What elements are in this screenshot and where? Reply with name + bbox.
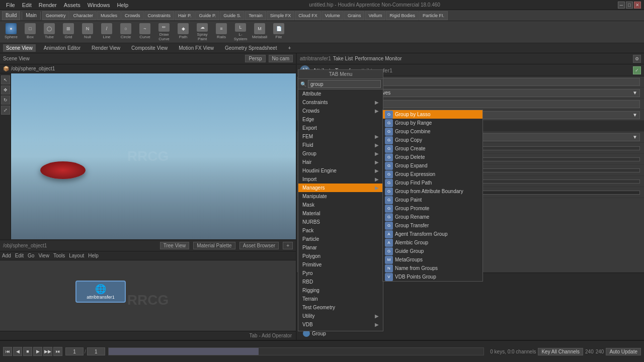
- shelf-metaball[interactable]: M Metaball: [251, 22, 269, 42]
- menu-item-primitive[interactable]: Primitive: [298, 260, 383, 269]
- menu-item-pack[interactable]: Pack: [298, 226, 383, 235]
- submenu-group-by-lasso[interactable]: G Group by Lasso: [383, 110, 482, 119]
- tab-geo-spreadsheet[interactable]: Geometry Spreadsheet: [222, 44, 280, 52]
- asset-browser-tab[interactable]: Asset Browser: [239, 242, 279, 249]
- menu-edit[interactable]: Edit: [19, 1, 35, 9]
- submenu-group-paint[interactable]: G Group Paint: [383, 196, 482, 204]
- tab-menu-search-input[interactable]: [308, 80, 381, 88]
- menu-item-polygon[interactable]: Polygon: [298, 252, 383, 260]
- menu-item-particle[interactable]: Particle: [298, 235, 383, 243]
- menu-item-planar[interactable]: Planar: [298, 243, 383, 252]
- node-menu-edit[interactable]: Edit: [15, 253, 24, 258]
- auto-update-button[interactable]: Auto Update: [606, 348, 641, 355]
- shelf-tab-vellum[interactable]: Vellum: [365, 11, 385, 20]
- shelf-curve[interactable]: ~ Curve: [136, 22, 154, 42]
- shelf-null[interactable]: N Null: [78, 22, 97, 42]
- timeline-track[interactable]: [108, 347, 484, 355]
- submenu-group-copy[interactable]: G Group Copy: [383, 136, 482, 144]
- submenu-group-find-path[interactable]: G Group Find Path: [383, 178, 482, 187]
- shelf-path[interactable]: ◆ Path: [174, 22, 192, 42]
- menu-item-hair[interactable]: Hair ▶: [298, 158, 383, 166]
- shelf-circle[interactable]: ○ Circle: [117, 22, 135, 42]
- play-button[interactable]: ▶: [33, 347, 42, 356]
- menu-item-export[interactable]: Export: [298, 124, 383, 132]
- submenu-group-delete[interactable]: G Group Delete: [383, 153, 482, 161]
- right-panel-settings[interactable]: ⚙: [633, 55, 641, 63]
- submenu-group-expand[interactable]: G Group Expand: [383, 161, 482, 170]
- menu-item-mask[interactable]: Mask: [298, 201, 383, 209]
- submenu-alembic-group[interactable]: A Alembic Group: [383, 238, 482, 247]
- shelf-tab-constraints[interactable]: Constraints: [144, 11, 175, 20]
- submenu-group-create[interactable]: G Group Create: [383, 144, 482, 153]
- select-tool[interactable]: ↖: [1, 75, 10, 84]
- menu-item-vdb[interactable]: VDB ▶: [298, 320, 383, 329]
- submenu-group-combine[interactable]: G Group Combine: [383, 127, 482, 136]
- menu-help[interactable]: Help: [114, 1, 131, 9]
- menu-item-edge[interactable]: Edge: [298, 115, 383, 124]
- rotate-tool[interactable]: ↻: [1, 96, 10, 105]
- menu-file[interactable]: File: [3, 1, 18, 9]
- submenu-group-transfer[interactable]: G Group Transfer: [383, 221, 482, 230]
- shelf-tab-hair[interactable]: Hair P.: [175, 11, 195, 20]
- menu-item-fem[interactable]: FEM ▶: [298, 132, 383, 141]
- menu-item-terrain[interactable]: Terrain: [298, 295, 383, 303]
- 3d-viewport[interactable]: RRCG ↖ ✥ ↻ ⤢: [0, 73, 296, 239]
- tab-animation-editor[interactable]: Animation Editor: [41, 44, 84, 52]
- menu-item-constraints[interactable]: Constraints ▶: [298, 98, 383, 107]
- submenu-group-expression[interactable]: G Group Expression: [383, 170, 482, 178]
- node-menu-go[interactable]: Go: [28, 253, 34, 258]
- menu-item-material[interactable]: Material: [298, 209, 383, 218]
- menu-item-manipulate[interactable]: Manipulate: [298, 192, 383, 201]
- menu-item-pyro[interactable]: Pyro: [298, 269, 383, 278]
- performance-monitor-tab[interactable]: Performance Monitor: [355, 56, 401, 61]
- scale-tool[interactable]: ⤢: [1, 106, 10, 115]
- shelf-tab-rigid[interactable]: Rigid Bodies: [386, 11, 419, 20]
- add-panel-button[interactable]: +: [283, 242, 293, 249]
- menu-item-fluid[interactable]: Fluid ▶: [298, 141, 383, 149]
- move-tool[interactable]: ✥: [1, 85, 10, 95]
- menu-item-houdini-engine[interactable]: Houdini Engine ▶: [298, 166, 383, 175]
- tab-motion-fx[interactable]: Motion FX View: [176, 44, 217, 52]
- shelf-tube[interactable]: ◯ Tube: [40, 22, 58, 42]
- node-canvas[interactable]: RRCG 🌐 attribtransfer1 Tab - Add Operato…: [0, 260, 296, 340]
- shelf-rails[interactable]: ≡ Rails: [212, 22, 230, 42]
- submenu-metagroups[interactable]: M MetaGroups: [383, 255, 482, 264]
- node-menu-tools[interactable]: Tools: [53, 253, 65, 258]
- shelf-tab-particle[interactable]: Particle FI.: [419, 11, 448, 20]
- menu-item-rigging[interactable]: Rigging: [298, 286, 383, 295]
- shelf-tab-grains[interactable]: Grains: [344, 11, 365, 20]
- submenu-group-by-range[interactable]: G Group by Range: [383, 119, 482, 127]
- menu-item-utility[interactable]: Utility ▶: [298, 312, 383, 320]
- submenu-guide-group[interactable]: G Guide Group: [383, 247, 482, 255]
- take-list-tab[interactable]: Take List: [333, 56, 353, 61]
- key-all-channels-button[interactable]: Key All Channels: [538, 348, 583, 355]
- node-menu-layout[interactable]: Layout: [69, 253, 84, 258]
- shelf-tab-character[interactable]: Character: [69, 11, 97, 20]
- tree-view-tab[interactable]: Tree View: [160, 242, 189, 249]
- menu-windows[interactable]: Windows: [85, 1, 113, 9]
- shelf-box[interactable]: □ Box: [21, 22, 39, 42]
- shelf-tab-volume[interactable]: Volume: [321, 11, 344, 20]
- shelf-tab-guide-p[interactable]: Guide P.: [195, 11, 219, 20]
- shelf-file[interactable]: 📄 File: [270, 22, 288, 42]
- menu-item-vellum[interactable]: Vellum ▶: [298, 329, 383, 331]
- shelf-spraypaint[interactable]: ☁ Spray Paint: [193, 22, 211, 42]
- menu-item-import[interactable]: Import ▶: [298, 175, 383, 184]
- persp-button[interactable]: Persp: [245, 55, 265, 62]
- menu-item-group[interactable]: Group ▶: [298, 149, 383, 158]
- shelf-tab-muscles[interactable]: Muscles: [97, 11, 121, 20]
- node-menu-add[interactable]: Add: [2, 253, 11, 258]
- shelf-grid[interactable]: ⊞ Grid: [59, 22, 77, 42]
- shelf-sphere[interactable]: ● Sphere: [2, 22, 20, 42]
- menu-item-managers[interactable]: Managers ▶: [298, 184, 383, 192]
- next-frame-button[interactable]: ▶▶: [43, 347, 52, 356]
- submenu-group-rename[interactable]: G Group Rename: [383, 213, 482, 221]
- submenu-vdb-points-group[interactable]: V VDB Points Group: [383, 273, 482, 281]
- menu-item-test-geometry[interactable]: Test Geometry: [298, 303, 383, 312]
- shelf-tab-guide-s[interactable]: Guide S.: [220, 11, 245, 20]
- rewind-button[interactable]: ⏮: [3, 347, 12, 356]
- material-palette-tab[interactable]: Material Palette: [193, 242, 235, 249]
- menu-item-crowds[interactable]: Crowds ▶: [298, 107, 383, 115]
- fast-forward-button[interactable]: ⏭: [53, 347, 62, 356]
- current-frame-input[interactable]: 1: [65, 347, 84, 355]
